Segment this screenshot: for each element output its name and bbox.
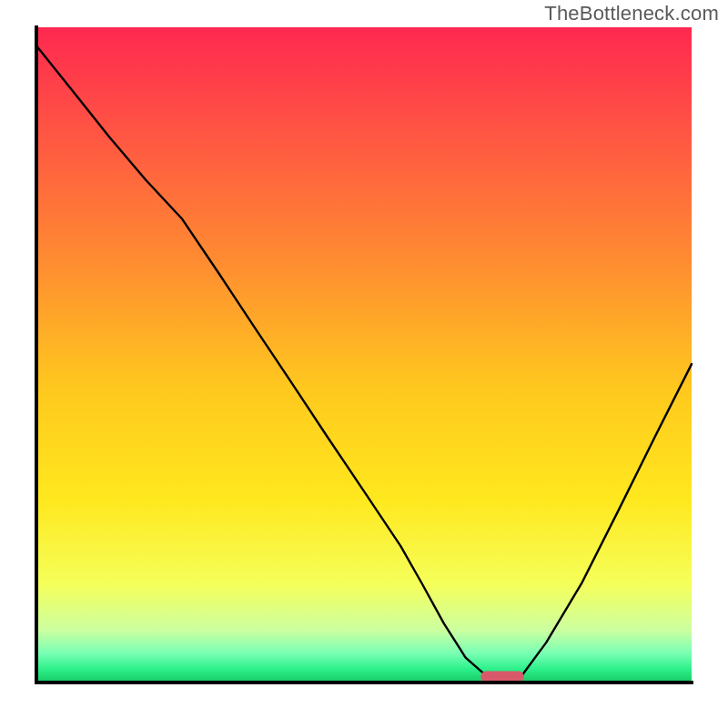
chart-svg [0, 0, 728, 728]
plot-background [36, 27, 692, 682]
optimum-bar [480, 672, 524, 682]
watermark-text: TheBottleneck.com [544, 2, 719, 25]
chart-stage: TheBottleneck.com [0, 0, 728, 728]
